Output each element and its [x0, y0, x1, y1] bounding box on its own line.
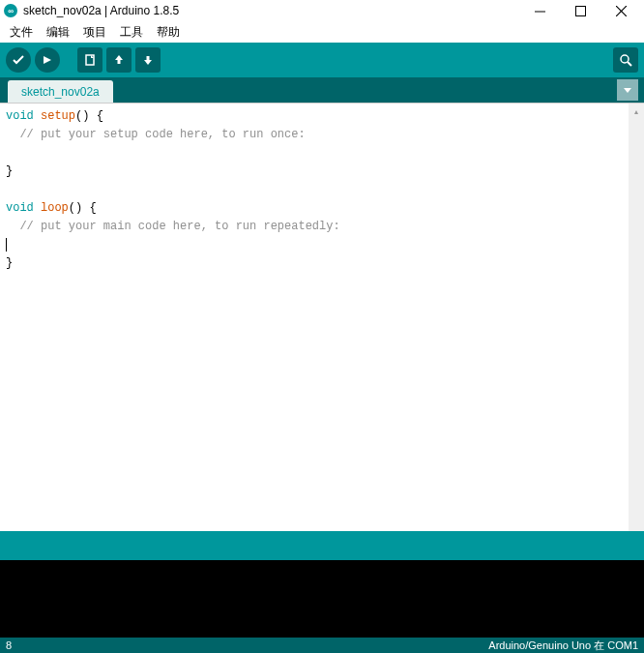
menu-project[interactable]: 项目 [77, 22, 112, 43]
menu-help[interactable]: 帮助 [151, 22, 186, 43]
scroll-up-icon[interactable]: ▴ [629, 104, 644, 119]
toolbar [0, 43, 644, 77]
svg-line-11 [628, 62, 631, 66]
arrow-up-icon [112, 53, 126, 67]
function-name: setup [41, 109, 75, 123]
status-bar [0, 531, 644, 560]
tabbar: sketch_nov02a [0, 77, 644, 103]
tab-menu-button[interactable] [617, 79, 638, 101]
code-text: () { [69, 201, 97, 215]
editor-container: void setup() { // put your setup code he… [0, 103, 644, 531]
arrow-down-icon [141, 53, 155, 67]
menu-edit[interactable]: 编辑 [41, 22, 75, 43]
verify-button[interactable] [6, 47, 31, 73]
code-text: } [6, 256, 13, 270]
svg-rect-9 [147, 56, 150, 61]
minimize-icon [535, 6, 545, 16]
window-title: sketch_nov02a | Arduino 1.8.5 [23, 4, 528, 17]
close-icon [616, 6, 627, 16]
text-cursor [6, 238, 7, 252]
svg-rect-5 [86, 55, 94, 65]
chevron-down-icon [623, 85, 632, 95]
function-name: loop [41, 201, 69, 215]
menubar: 文件 编辑 项目 工具 帮助 [0, 21, 644, 43]
close-button[interactable] [609, 1, 632, 20]
upload-button[interactable] [35, 47, 60, 73]
check-icon [12, 53, 25, 67]
svg-marker-4 [44, 56, 51, 64]
maximize-button[interactable] [569, 1, 592, 20]
footer: 8 Arduino/Genuino Uno 在 COM1 [0, 638, 644, 653]
console[interactable] [0, 560, 644, 638]
magnifier-icon [619, 53, 632, 67]
menu-file[interactable]: 文件 [4, 22, 39, 43]
code-editor[interactable]: void setup() { // put your setup code he… [0, 104, 629, 531]
board-info: Arduino/Genuino Uno 在 COM1 [488, 638, 638, 653]
keyword: void [6, 109, 34, 123]
comment: // put your main code here, to run repea… [6, 220, 340, 233]
arrow-right-icon [41, 53, 54, 67]
line-number: 8 [6, 639, 488, 651]
minimize-button[interactable] [528, 1, 551, 20]
window-controls [528, 1, 640, 20]
save-button[interactable] [135, 47, 161, 73]
open-button[interactable] [106, 47, 132, 73]
tab-sketch[interactable]: sketch_nov02a [8, 80, 113, 103]
maximize-icon [575, 6, 586, 16]
titlebar: ∞ sketch_nov02a | Arduino 1.8.5 [0, 0, 644, 21]
new-button[interactable] [77, 47, 102, 73]
serial-monitor-button[interactable] [613, 47, 638, 73]
svg-rect-7 [118, 59, 121, 64]
new-file-icon [83, 53, 97, 67]
keyword: void [6, 201, 34, 215]
svg-point-10 [621, 55, 629, 63]
svg-marker-12 [624, 88, 631, 93]
editor-scrollbar[interactable]: ▴ [629, 104, 644, 531]
menu-tools[interactable]: 工具 [114, 22, 149, 43]
arduino-logo-icon: ∞ [4, 4, 17, 17]
code-text: () { [75, 109, 103, 123]
code-text: } [6, 164, 13, 178]
svg-rect-1 [575, 6, 585, 15]
comment: // put your setup code here, to run once… [6, 128, 306, 141]
